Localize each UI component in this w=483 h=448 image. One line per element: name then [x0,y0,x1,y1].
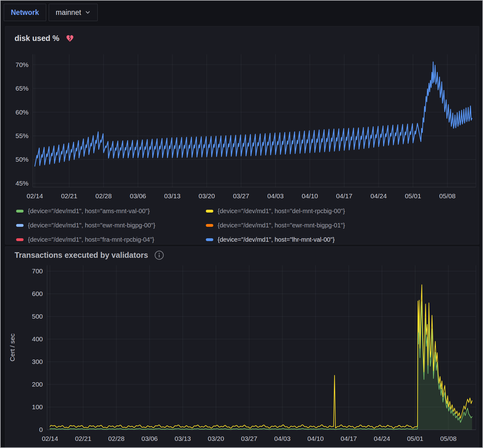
svg-text:70%: 70% [16,61,29,68]
series-color-swatch [206,210,213,213]
panel-disk-used: disk used % 45%50%55%60%65%70%02/1402/21… [5,26,479,244]
svg-text:05/08: 05/08 [439,192,456,199]
svg-text:Cert / sec: Cert / sec [9,334,16,361]
svg-text:03/13: 03/13 [175,435,191,442]
legend-item[interactable]: {device="/dev/md1", host="del-mnt-rpcbig… [206,204,479,218]
network-label: Network [11,8,39,17]
legend-item[interactable]: {device="/dev/md1", host="ams-mnt-val-00… [16,204,206,218]
legend-item[interactable]: {device="/dev/md1", host="ewr-mnt-bigpg-… [206,218,479,232]
svg-text:02/21: 02/21 [61,192,78,199]
network-variable-dropdown[interactable]: mainnet [49,4,98,21]
svg-text:05/01: 05/01 [405,192,421,199]
svg-text:04/03: 04/03 [274,435,291,442]
svg-text:04/24: 04/24 [374,435,390,442]
svg-text:45%: 45% [16,180,29,187]
svg-text:02/14: 02/14 [42,435,58,442]
legend-series-label: {device="/dev/md1", host="ewr-mnt-bigpg-… [28,222,155,229]
network-variable-label: Network [4,4,46,21]
svg-text:60%: 60% [16,109,29,116]
svg-text:400: 400 [32,335,43,343]
svg-text:05/08: 05/08 [440,435,457,442]
svg-text:03/20: 03/20 [208,435,224,442]
svg-text:03/06: 03/06 [141,435,158,442]
svg-text:04/03: 04/03 [267,192,284,199]
svg-text:02/14: 02/14 [27,192,43,199]
svg-text:600: 600 [32,290,43,297]
svg-text:100: 100 [32,403,43,410]
panel-title-disk-used: disk used % [15,34,60,43]
network-value: mainnet [56,8,81,17]
svg-text:55%: 55% [16,132,29,139]
panel-title-transactions: Transactions executed by validators [15,251,148,260]
info-icon[interactable] [154,250,164,260]
svg-text:02/28: 02/28 [95,192,112,199]
series-color-swatch [16,238,24,241]
svg-text:65%: 65% [16,85,29,92]
legend-series-label: {device="/dev/md1", host="fra-mnt-rpcbig… [28,236,154,243]
svg-text:200: 200 [32,381,43,388]
svg-text:03/20: 03/20 [199,192,215,199]
svg-text:05/01: 05/01 [407,435,423,442]
svg-text:0: 0 [39,426,43,433]
legend-item[interactable]: {device="/dev/md1", host="fra-mnt-rpcbig… [16,232,206,244]
disk-chart-legend: {device="/dev/md1", host="ams-mnt-val-00… [5,202,479,244]
series-color-swatch [206,238,213,241]
series-color-swatch [206,224,213,227]
svg-text:04/17: 04/17 [336,192,352,199]
legend-series-label: {device="/dev/md1", host="ams-mnt-val-00… [28,208,150,215]
transactions-chart[interactable]: 010020030040050060070002/1402/2102/2803/… [5,261,479,444]
svg-text:03/06: 03/06 [130,192,146,199]
svg-text:02/21: 02/21 [75,435,91,442]
legend-series-label: {device="/dev/md1", host="del-mnt-rpcbig… [218,208,345,215]
svg-text:03/27: 03/27 [233,192,249,199]
legend-series-label: {device="/dev/md1", host="ewr-mnt-bigpg-… [218,222,345,229]
panel-transactions: Transactions executed by validators 0100… [5,246,479,447]
grafana-dashboard: Network mainnet disk used % 45%50%55%60%… [0,0,483,448]
svg-text:04/10: 04/10 [302,192,318,199]
svg-text:04/24: 04/24 [370,192,387,199]
series-color-swatch [16,210,24,213]
disk-usage-chart[interactable]: 45%50%55%60%65%70%02/1402/2102/2803/0603… [5,48,479,201]
dashboard-variable-bar: Network mainnet [1,1,482,25]
svg-text:300: 300 [32,358,43,365]
svg-text:04/10: 04/10 [308,435,324,442]
svg-text:04/17: 04/17 [341,435,357,442]
svg-text:50%: 50% [16,156,29,163]
svg-text:02/28: 02/28 [108,435,125,442]
svg-text:700: 700 [32,267,43,275]
svg-text:500: 500 [32,313,43,320]
alert-broken-heart-icon[interactable] [66,34,74,42]
legend-series-label: {device="/dev/md1", host="lhr-mnt-val-00… [218,236,335,243]
legend-item[interactable]: {device="/dev/md1", host="ewr-mnt-bigpg-… [16,218,206,232]
svg-text:03/27: 03/27 [241,435,257,442]
svg-text:03/13: 03/13 [164,192,181,199]
legend-item[interactable]: {device="/dev/md1", host="lhr-mnt-val-00… [206,232,479,244]
chevron-down-icon [85,10,91,15]
series-color-swatch [16,224,24,227]
